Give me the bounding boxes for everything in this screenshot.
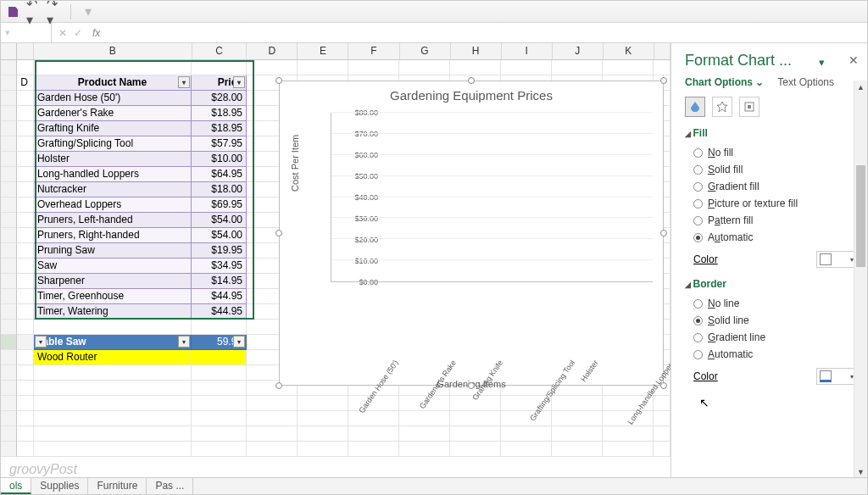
- row-header[interactable]: [1, 442, 17, 457]
- row-header[interactable]: [1, 365, 17, 381]
- row-header[interactable]: [1, 182, 17, 197]
- sheet-tabs: ols Supplies Furniture Pas ...: [1, 477, 867, 494]
- sheet-tab-furniture[interactable]: Furniture: [88, 478, 147, 494]
- radio-solid-fill[interactable]: Solid fill: [685, 161, 857, 178]
- border-section-header[interactable]: Border: [685, 278, 857, 290]
- row-header[interactable]: [1, 228, 17, 243]
- separator: [70, 4, 71, 19]
- fill-color-label: Color: [693, 253, 718, 265]
- svg-marker-0: [717, 102, 727, 112]
- row-header[interactable]: [1, 259, 17, 274]
- row-header[interactable]: [1, 320, 17, 335]
- select-all-corner[interactable]: [1, 43, 17, 59]
- quick-access-toolbar: ↶ ▾ ↷ ▾ ▾: [1, 1, 867, 23]
- save-icon[interactable]: [6, 5, 19, 19]
- sheet-tab-pas[interactable]: Pas ...: [147, 478, 193, 494]
- redo-icon[interactable]: ↷ ▾: [47, 5, 60, 19]
- row-header[interactable]: [1, 243, 17, 259]
- radio-no-fill[interactable]: No fill: [685, 144, 857, 161]
- filter-icon[interactable]: [178, 336, 190, 348]
- radio-gradient-line[interactable]: Gradient line: [685, 329, 857, 346]
- confirm-icon[interactable]: ✓: [74, 27, 82, 39]
- row-header[interactable]: [1, 75, 17, 91]
- radio-picture-fill[interactable]: Picture or texture fill: [685, 195, 857, 212]
- format-chart-pane: Format Chart ... ▾ ✕ Chart Options ⌄ Tex…: [670, 43, 867, 479]
- row-header[interactable]: [1, 411, 17, 426]
- chart-bars[interactable]: [331, 113, 653, 281]
- column-headers: B C D E F G H I J K: [1, 43, 670, 60]
- pane-options-dropdown-icon[interactable]: ▾: [819, 56, 825, 69]
- row-header[interactable]: [1, 213, 17, 228]
- name-box[interactable]: ▾: [1, 23, 52, 42]
- filter-icon[interactable]: [233, 76, 245, 88]
- row-header[interactable]: [1, 396, 17, 411]
- radio-no-line[interactable]: No line: [685, 295, 857, 312]
- radio-automatic-fill[interactable]: Automatic: [685, 229, 857, 246]
- row-header[interactable]: [1, 167, 17, 182]
- fill-color-swatch[interactable]: ▾: [816, 251, 857, 268]
- pane-scrollbar[interactable]: ▲▼: [854, 81, 867, 479]
- chart-object[interactable]: Gardening Equipment Prices Cost Per Item…: [279, 81, 664, 386]
- row-header[interactable]: [1, 350, 17, 365]
- close-icon[interactable]: ✕: [849, 53, 859, 67]
- row-header[interactable]: [1, 426, 17, 442]
- border-color-swatch[interactable]: ▾: [816, 368, 857, 385]
- x-axis-ticks[interactable]: Garden Hose (50')Gardener's RakeGrafting…: [331, 301, 653, 309]
- radio-solid-line[interactable]: Solid line: [685, 312, 857, 329]
- radio-automatic-line[interactable]: Automatic: [685, 346, 857, 363]
- radio-pattern-fill[interactable]: Pattern fill: [685, 212, 857, 229]
- size-properties-icon[interactable]: [739, 97, 760, 117]
- row-header[interactable]: [1, 274, 17, 289]
- filter-icon[interactable]: [35, 336, 47, 348]
- svg-rect-2: [748, 105, 751, 108]
- row-header[interactable]: [1, 121, 17, 136]
- undo-icon[interactable]: ↶ ▾: [26, 5, 40, 19]
- effects-icon[interactable]: [712, 97, 732, 117]
- border-color-label: Color: [693, 370, 718, 382]
- y-axis-label[interactable]: Cost Per Item: [290, 135, 300, 192]
- formula-bar: ▾ ✕ ✓ fx: [1, 23, 867, 43]
- fx-label[interactable]: fx: [89, 27, 100, 39]
- filter-icon[interactable]: [178, 76, 190, 88]
- row-header[interactable]: [1, 152, 17, 167]
- row-header[interactable]: [1, 91, 17, 106]
- fill-line-icon[interactable]: [685, 97, 705, 117]
- row-header[interactable]: [1, 335, 17, 350]
- cancel-icon[interactable]: ✕: [58, 27, 67, 39]
- chart-title[interactable]: Gardening Equipment Prices: [280, 81, 663, 106]
- spreadsheet-grid[interactable]: B C D E F G H I J K DProduct NamePriceGa…: [1, 43, 670, 479]
- row-header[interactable]: [1, 381, 17, 396]
- tab-text-options[interactable]: Text Options: [777, 76, 834, 88]
- row-header[interactable]: [1, 197, 17, 213]
- radio-gradient-fill[interactable]: Gradient fill: [685, 178, 857, 195]
- row-header[interactable]: [1, 60, 17, 75]
- tab-chart-options[interactable]: Chart Options ⌄: [685, 76, 764, 88]
- row-header[interactable]: [1, 289, 17, 304]
- row-header[interactable]: [1, 106, 17, 121]
- filter-icon[interactable]: [233, 336, 245, 348]
- qat-customize-icon[interactable]: ▾: [81, 5, 95, 19]
- sheet-tab-supplies[interactable]: Supplies: [31, 478, 88, 494]
- fill-section-header[interactable]: Fill: [685, 127, 857, 139]
- sheet-tab-active[interactable]: ols: [1, 478, 31, 494]
- pane-title: Format Chart ...: [685, 52, 857, 70]
- row-header[interactable]: [1, 304, 17, 320]
- row-header[interactable]: [1, 136, 17, 152]
